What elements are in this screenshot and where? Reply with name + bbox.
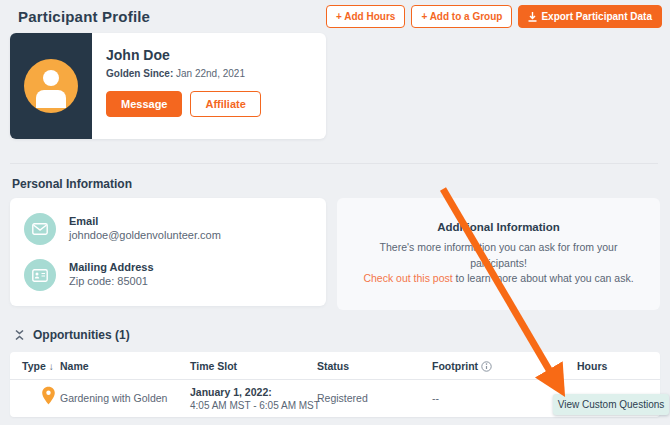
- column-header-name: Name: [60, 360, 89, 372]
- additional-information-heading: Additional Information: [437, 221, 560, 233]
- mailing-address-label: Mailing Address: [69, 261, 154, 273]
- profile-card: John Doe Golden Since: Jan 22nd, 2021 Me…: [10, 33, 326, 139]
- opportunity-footprint: --: [432, 392, 439, 404]
- profile-photo-panel: [10, 33, 92, 139]
- opportunity-status: Registered: [317, 392, 368, 404]
- personal-information-card: Email johndoe@goldenvolunteer.com Mailin…: [10, 198, 326, 306]
- message-button[interactable]: Message: [106, 91, 182, 117]
- email-icon: [24, 213, 56, 245]
- opportunities-title: Opportunities (1): [33, 328, 130, 342]
- collapse-section-icon[interactable]: [14, 329, 25, 341]
- additional-information-card: Additional Information There's more info…: [337, 198, 660, 310]
- header-actions: + Add Hours + Add to a Group Export Part…: [326, 5, 662, 28]
- email-label: Email: [69, 215, 221, 227]
- opportunity-type-pin-icon: [41, 386, 56, 406]
- add-to-group-button[interactable]: + Add to a Group: [411, 5, 512, 28]
- footprint-info-icon[interactable]: [481, 361, 492, 372]
- column-header-footprint: Footprint: [432, 360, 492, 372]
- section-divider: [10, 163, 658, 164]
- opportunities-header: Opportunities (1): [14, 328, 130, 342]
- export-download-icon: [528, 12, 537, 22]
- participant-profile-page: Participant Profile + Add Hours + Add to…: [0, 0, 670, 425]
- email-value: johndoe@goldenvolunteer.com: [69, 229, 221, 241]
- avatar-person-icon: [43, 70, 59, 86]
- personal-information-heading: Personal Information: [12, 177, 132, 191]
- table-header-row: Type ↓ Name Time Slot Status Footprint H…: [10, 352, 660, 380]
- email-row: Email johndoe@goldenvolunteer.com: [24, 213, 312, 245]
- export-participant-data-button[interactable]: Export Participant Data: [518, 5, 662, 28]
- view-custom-questions-button[interactable]: View Custom Questions: [553, 394, 669, 415]
- mailing-address-value: Zip code: 85001: [69, 275, 154, 287]
- avatar: [24, 59, 78, 113]
- mailing-address-row: Mailing Address Zip code: 85001: [24, 259, 312, 291]
- additional-information-text: There's more information you can ask for…: [355, 240, 642, 287]
- mailing-address-icon: [24, 259, 56, 291]
- golden-since: Golden Since: Jan 22nd, 2021: [106, 68, 316, 79]
- add-hours-button[interactable]: + Add Hours: [326, 5, 405, 28]
- opportunity-time-slot: January 1, 2022: 4:05 AM MST - 6:05 AM M…: [190, 385, 320, 413]
- sort-descending-icon: ↓: [49, 361, 54, 372]
- column-header-type[interactable]: Type ↓: [22, 360, 54, 372]
- affiliate-button[interactable]: Affiliate: [190, 91, 260, 117]
- column-header-hours: Hours: [577, 360, 607, 372]
- column-header-time-slot: Time Slot: [190, 360, 237, 372]
- opportunity-name: Gardening with Golden: [60, 392, 167, 404]
- page-title: Participant Profile: [18, 8, 150, 25]
- column-header-status: Status: [317, 360, 349, 372]
- participant-name: John Doe: [106, 47, 316, 63]
- check-out-this-post-link[interactable]: Check out this post: [363, 272, 452, 284]
